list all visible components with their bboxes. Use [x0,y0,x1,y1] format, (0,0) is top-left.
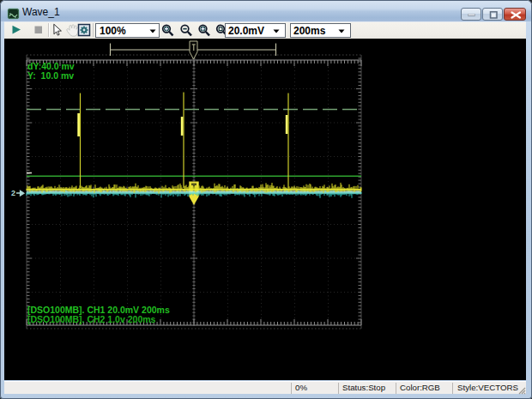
svg-text:Style:VECTORS: Style:VECTORS [457,383,518,392]
svg-text:0%: 0% [295,383,307,392]
svg-text:2: 2 [11,189,15,197]
svg-text:Y: 10.0 mv: Y: 10.0 mv [27,70,74,81]
svg-text:200ms: 200ms [293,25,326,37]
svg-text:20.0mV: 20.0mV [228,25,264,37]
svg-text:Status:Stop: Status:Stop [342,383,385,392]
svg-text:100%: 100% [100,25,126,37]
svg-text:Color:RGB: Color:RGB [400,383,440,392]
svg-text:[DSO100MB]. CH2 1.0v 200ms: [DSO100MB]. CH2 1.0v 200ms [27,314,156,324]
